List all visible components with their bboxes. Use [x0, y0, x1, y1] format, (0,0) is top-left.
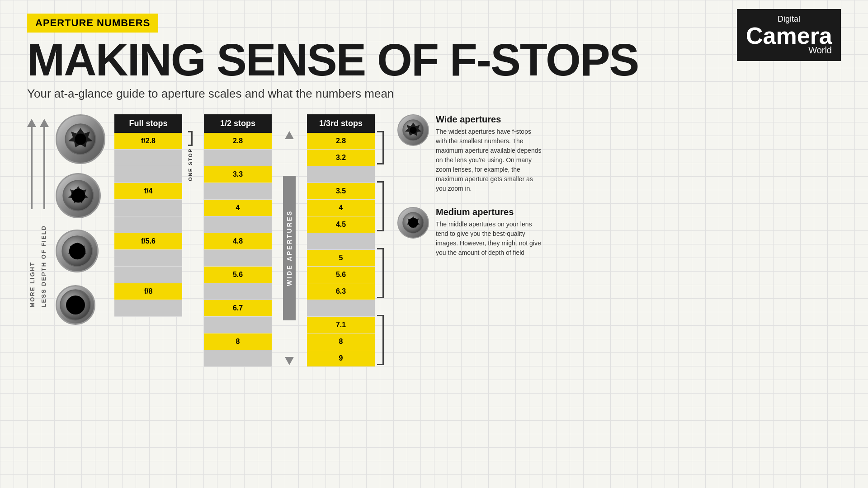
wide-apertures-text: Wide apertures The widest apertures have…: [436, 114, 542, 193]
medium-apertures-text: Medium apertures The middle apertures on…: [436, 207, 542, 258]
main-layout: MORE LIGHT LESS DEPTH OF FIELD: [27, 114, 841, 367]
half-stops-table: 1/2 stops 2.8 3.3 4 4.8 5.6 6.7 8: [204, 114, 272, 367]
right-descriptions: Wide apertures The widest apertures have…: [397, 114, 542, 271]
aperture-circle-f56: [56, 230, 99, 272]
full-stops-header: Full stops: [114, 114, 182, 133]
wide-apertures-body: The widest apertures have f-stops with t…: [436, 127, 542, 193]
third-row-9: 8: [307, 333, 375, 350]
half-row-empty-6: [204, 317, 272, 333]
one-stop-label: ONE STOP: [188, 148, 193, 181]
svg-point-17: [408, 218, 418, 228]
aperture-circle-wide: [56, 114, 105, 164]
more-light-label: MORE LIGHT: [29, 225, 36, 307]
half-row-empty-7: [204, 350, 272, 367]
aperture-badge: APERTURE NUMBERS: [27, 14, 158, 33]
half-row-6: 8: [204, 333, 272, 350]
medium-apertures-desc: Medium apertures The middle apertures on…: [397, 207, 542, 258]
full-stops-row-empty-6: [114, 267, 182, 283]
arrows-column: MORE LIGHT LESS DEPTH OF FIELD: [27, 114, 49, 307]
full-stops-row-empty-5: [114, 250, 182, 267]
logo-digital: Digital: [778, 14, 800, 23]
half-row-empty-1: [204, 150, 272, 166]
half-row-empty-4: [204, 250, 272, 267]
half-row-2: 4: [204, 200, 272, 216]
third-stops-section: 1/3rd stops 2.8 3.2 3.5 4 4.5 5 5.6 6.3 …: [307, 114, 384, 367]
arrows-up: [27, 119, 49, 209]
third-stops-table: 1/3rd stops 2.8 3.2 3.5 4 4.5 5 5.6 6.3 …: [307, 114, 375, 367]
svg-point-14: [410, 127, 416, 133]
half-row-0: 2.8: [204, 133, 272, 150]
svg-point-11: [66, 296, 85, 314]
half-row-empty-5: [204, 283, 272, 300]
one-stop-bracket: ONE STOP: [186, 131, 195, 181]
third-stops-brackets: [377, 131, 384, 365]
arrow-more-light: [27, 119, 36, 209]
medium-apertures-title: Medium apertures: [436, 207, 542, 217]
third-row-8: 7.1: [307, 317, 375, 333]
half-row-1: 3.3: [204, 166, 272, 183]
third-row-empty-1: [307, 166, 375, 183]
wide-apertures-label: WIDE APERTURES: [283, 176, 296, 320]
logo-camera: Camera: [746, 24, 832, 47]
third-row-2: 3.5: [307, 183, 375, 200]
half-row-empty-2: [204, 183, 272, 200]
svg-point-5: [71, 189, 85, 203]
aperture-circle-f8: [56, 285, 95, 325]
half-row-5: 6.7: [204, 300, 272, 317]
half-row-4: 5.6: [204, 267, 272, 283]
third-row-7: 6.3: [307, 283, 375, 300]
full-stops-table: Full stops f/2.8 f/4 f/5.6 f/8: [114, 114, 182, 317]
third-row-6: 5.6: [307, 267, 375, 283]
third-row-empty-2: [307, 233, 375, 250]
aperture-circle-f4: [56, 173, 101, 218]
third-row-4: 4.5: [307, 216, 375, 233]
full-stops-row-2: f/5.6: [114, 233, 182, 250]
half-row-3: 4.8: [204, 233, 272, 250]
medium-apertures-body: The middle apertures on your lens tend t…: [436, 220, 542, 258]
wide-aperture-icon: [397, 114, 429, 146]
arrow-less-depth: [40, 119, 49, 209]
medium-aperture-icon: [397, 207, 429, 239]
full-stops-row-empty-4: [114, 216, 182, 233]
full-stops-section: Full stops f/2.8 f/4 f/5.6 f/8: [114, 114, 195, 317]
page-subtitle: Your at-a-glance guide to aperture scale…: [27, 87, 841, 101]
wide-arrow-down: [285, 357, 294, 365]
half-row-empty-3: [204, 216, 272, 233]
third-row-empty-3: [307, 300, 375, 317]
full-stops-row-empty-2: [114, 166, 182, 183]
less-depth-label: LESS DEPTH OF FIELD: [40, 225, 47, 307]
svg-point-2: [75, 133, 86, 145]
page-title: MAKING SENSE OF F-STOPS: [27, 37, 841, 82]
third-row-10: 9: [307, 350, 375, 367]
full-stops-row-empty-7: [114, 300, 182, 317]
aperture-circles: [56, 114, 105, 329]
logo: Digital Camera World: [737, 9, 841, 61]
third-row-0: 2.8: [307, 133, 375, 150]
half-stops-header: 1/2 stops: [204, 114, 272, 133]
third-row-1: 3.2: [307, 150, 375, 166]
badge-label: APERTURE NUMBERS: [35, 17, 150, 28]
full-stops-row-empty-1: [114, 150, 182, 166]
wide-arrow-up: [285, 131, 294, 139]
third-row-3: 4: [307, 200, 375, 216]
wide-apertures-title: Wide apertures: [436, 114, 542, 125]
tables-area: Full stops f/2.8 f/4 f/5.6 f/8: [114, 114, 384, 367]
third-stops-header: 1/3rd stops: [307, 114, 375, 133]
full-stops-row-3: f/8: [114, 283, 182, 300]
svg-point-8: [69, 243, 85, 259]
third-row-5: 5: [307, 250, 375, 267]
full-stops-row-0: f/2.8: [114, 133, 182, 150]
full-stops-row-1: f/4: [114, 183, 182, 200]
wide-apertures-column: WIDE APERTURES: [283, 131, 296, 365]
wide-apertures-desc: Wide apertures The widest apertures have…: [397, 114, 542, 193]
full-stops-row-empty-3: [114, 200, 182, 216]
